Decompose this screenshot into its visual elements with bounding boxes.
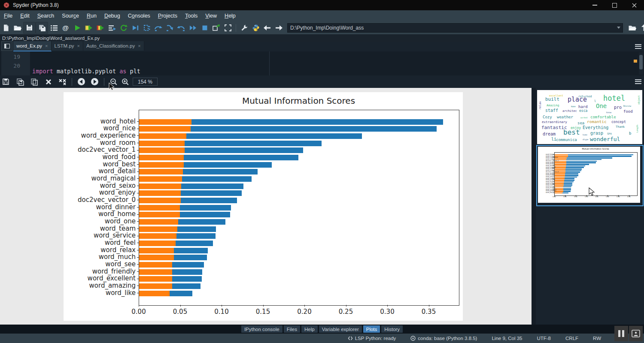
cloud-word: Length <box>636 125 638 132</box>
bar-segment-blue_segment <box>181 184 243 189</box>
browse-tabs-button[interactable] <box>1 41 12 51</box>
pane-tab-files[interactable]: Files <box>284 325 300 333</box>
menu-edit[interactable]: Edit <box>16 12 33 20</box>
plot-thumbnails-panel: excellentbuiltplacelreturnedhotelobjectr… <box>536 88 644 325</box>
bar-segment-orange_segment <box>139 147 185 153</box>
cloud-word: home <box>583 134 587 136</box>
bar-segment-blue_segment <box>183 169 258 175</box>
cwd-dropdown-icon[interactable] <box>617 27 620 29</box>
close-tab-icon[interactable]: × <box>45 43 48 48</box>
bar-segment-blue_segment <box>563 189 571 190</box>
menu-run[interactable]: Run <box>83 12 100 20</box>
remove-all-plots-button[interactable] <box>57 76 68 87</box>
bar-segment-blue_segment <box>172 276 202 282</box>
file-switcher-button[interactable] <box>48 22 60 33</box>
new-file-button[interactable] <box>0 22 12 33</box>
editor-tab-Auto_Classification.py[interactable]: Auto_Classification.py× <box>83 41 144 51</box>
pane-tab-variable-explorer[interactable]: Variable explorer <box>319 325 362 333</box>
copy-plot-button[interactable] <box>28 76 40 87</box>
pause-button[interactable] <box>614 326 628 341</box>
next-plot-button[interactable] <box>89 76 100 87</box>
open-file-button[interactable] <box>12 22 23 33</box>
step-return-button[interactable] <box>176 22 187 33</box>
bar-segment-orange_segment <box>555 162 566 163</box>
bar-segment-blue_segment <box>565 170 581 172</box>
cloud-word: relax <box>539 101 542 110</box>
menu-view[interactable]: View <box>201 12 221 20</box>
step-over-button[interactable] <box>152 22 164 33</box>
code-editor[interactable]: 1920 import matplotlib.pyplot as plt <box>0 51 644 75</box>
working-directory-input[interactable] <box>287 23 623 33</box>
x-tick <box>180 305 181 307</box>
run-file-button[interactable] <box>71 22 83 33</box>
save-button[interactable] <box>23 22 36 34</box>
editor-tab-word_Ex.py[interactable]: word_Ex.py× <box>13 41 52 51</box>
menu-consoles[interactable]: Consoles <box>124 12 154 20</box>
screenshot-button[interactable] <box>629 326 643 341</box>
pane-tab-ipython-console[interactable]: IPython console <box>241 325 283 333</box>
maximize-pane-button[interactable] <box>210 22 222 33</box>
y-tick <box>137 200 139 200</box>
bottom-pane-tabs: IPython consoleFilesHelpVariable explore… <box>0 325 644 334</box>
close-tab-icon[interactable]: × <box>138 43 140 48</box>
selected-chart-thumbnail[interactable]: Mutual Information Scoresword_hotelword_… <box>536 145 644 206</box>
close-button[interactable] <box>624 0 644 10</box>
y-axis-label: word_amazing <box>64 282 136 289</box>
editor-scrollbar-thumb[interactable] <box>639 55 643 69</box>
save-all-plots-button[interactable] <box>14 76 26 87</box>
title-bar: Spyder (Python 3.8) <box>0 0 644 10</box>
forward-button[interactable] <box>273 22 285 33</box>
back-button[interactable] <box>261 22 273 33</box>
fullscreen-button[interactable] <box>222 22 234 33</box>
plots-options-menu-icon[interactable] <box>635 78 641 85</box>
tabbar-options-menu-icon[interactable] <box>635 43 641 50</box>
parent-directory-button[interactable] <box>638 22 644 33</box>
save-all-button[interactable] <box>36 22 48 34</box>
debug-cell-button[interactable] <box>141 22 152 33</box>
y-axis-label: word_room <box>64 139 136 147</box>
run-cell-advance-button[interactable] <box>94 22 106 33</box>
menu-projects[interactable]: Projects <box>154 12 181 20</box>
menu-file[interactable]: File <box>0 12 16 20</box>
find-symbol-button[interactable]: @ <box>60 22 71 33</box>
step-into-button[interactable] <box>164 22 176 33</box>
run-cell-button[interactable] <box>83 22 94 33</box>
x-tick <box>429 305 429 307</box>
pane-tab-help[interactable]: Help <box>301 325 318 333</box>
pane-tab-history[interactable]: History <box>381 325 403 333</box>
bar-segment-orange_segment <box>139 119 191 125</box>
bar-segment-orange_segment <box>555 164 566 165</box>
debug-file-button[interactable] <box>129 22 141 33</box>
continue-execution-button[interactable] <box>187 22 199 33</box>
menu-debug[interactable]: Debug <box>100 12 124 20</box>
cloud-word: pro <box>614 105 622 110</box>
window-title: Spyder (Python 3.8) <box>13 2 59 8</box>
stop-debug-button[interactable] <box>199 22 210 33</box>
close-tab-icon[interactable]: × <box>77 43 80 48</box>
browse-directory-button[interactable] <box>626 22 638 33</box>
menu-source[interactable]: Source <box>58 12 83 20</box>
python-path-button[interactable] <box>250 22 261 33</box>
bar-segment-orange_segment <box>139 283 172 289</box>
rerun-script-button[interactable] <box>118 22 129 33</box>
save-plot-button[interactable] <box>0 76 12 87</box>
menu-help[interactable]: Help <box>221 12 240 20</box>
y-tick <box>137 193 139 193</box>
y-axis-label: word_see <box>64 260 136 268</box>
run-selection-button[interactable] <box>106 22 118 33</box>
wordcloud-thumbnail[interactable]: excellentbuiltplacelreturnedhotelobjectr… <box>537 90 642 144</box>
remove-plot-button[interactable] <box>43 76 54 87</box>
zoom-level-display[interactable]: 154 % <box>133 78 158 86</box>
restore-button[interactable] <box>605 0 624 10</box>
zoom-in-button[interactable] <box>119 76 131 87</box>
menu-search[interactable]: Search <box>33 12 58 20</box>
editor-tab-LSTM.py[interactable]: LSTM.py× <box>52 41 83 51</box>
pause-icon <box>618 330 624 337</box>
preferences-wrench-button[interactable] <box>238 22 250 33</box>
bar-segment-blue_segment <box>182 176 252 182</box>
pane-tab-plots[interactable]: Plots <box>363 325 380 333</box>
bar-segment-orange_segment <box>139 219 178 225</box>
minimize-button[interactable] <box>585 0 605 10</box>
previous-plot-button[interactable] <box>76 76 87 87</box>
menu-tools[interactable]: Tools <box>181 12 201 20</box>
